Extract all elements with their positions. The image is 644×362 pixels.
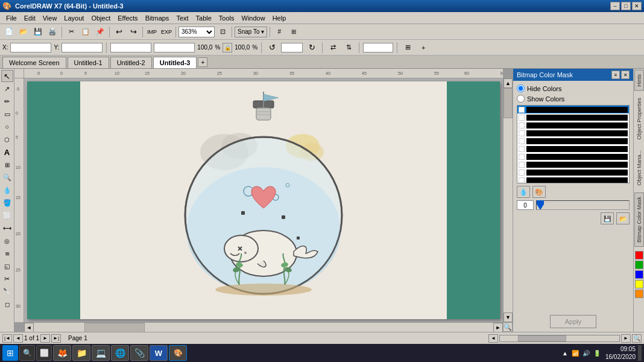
node-edit-btn[interactable]: + xyxy=(417,42,430,53)
hscroll-track[interactable] xyxy=(499,335,620,342)
zoom-full-btn[interactable]: ⊡ xyxy=(216,26,229,38)
scroll-right-btn[interactable]: ► xyxy=(493,323,503,332)
color-row-10[interactable] xyxy=(517,176,629,183)
tolerance-input[interactable] xyxy=(517,200,534,210)
color-edit-btn[interactable]: 🎨 xyxy=(532,186,546,198)
y-input[interactable]: 49,149 mm xyxy=(62,43,103,52)
apply-button[interactable]: Apply xyxy=(550,315,597,328)
copy-btn[interactable]: 📋 xyxy=(79,26,92,38)
taskbar-edge[interactable]: 🌐 xyxy=(111,345,129,361)
color-row-4[interactable] xyxy=(517,129,629,137)
taskbar-word[interactable]: W xyxy=(150,345,168,361)
color-row-2[interactable] xyxy=(517,113,629,121)
palette-blue[interactable] xyxy=(635,270,643,279)
show-colors-radio[interactable] xyxy=(517,95,525,103)
tab-untitled1[interactable]: Untitled-1 xyxy=(68,57,109,68)
x-input[interactable]: 51,362 mm xyxy=(10,43,51,52)
tool-knife[interactable]: 🔪 xyxy=(1,285,13,297)
snap-to-btn[interactable]: Snap To ▾ xyxy=(235,27,267,37)
zoom-fit-btn[interactable]: 🔍 xyxy=(632,334,642,343)
color-row-9[interactable] xyxy=(517,168,629,176)
tab-welcome[interactable]: Welcome Screen xyxy=(2,57,66,68)
transform-btn[interactable]: ⊞ xyxy=(401,42,414,53)
tool-blend[interactable]: ⟷ xyxy=(1,222,13,234)
scroll-thumb-horizontal[interactable] xyxy=(84,323,145,332)
new-btn[interactable]: 📄 xyxy=(2,26,16,38)
menu-effects[interactable]: Effects xyxy=(114,13,141,23)
zoom-select[interactable]: 363% 100% 200% xyxy=(178,27,215,37)
tab-untitled2[interactable]: Untitled-2 xyxy=(110,57,152,68)
tool-polygon[interactable]: ⬡ xyxy=(1,133,13,145)
palette-red[interactable] xyxy=(635,251,643,259)
tool-select[interactable]: ↖ xyxy=(1,70,13,82)
taskbar-onenote[interactable]: 📎 xyxy=(130,345,148,361)
tool-freehand[interactable]: ✏ xyxy=(1,95,13,107)
minimize-button[interactable]: – xyxy=(610,2,620,10)
cut-btn[interactable]: ✂ xyxy=(65,26,78,38)
rotate-right-btn[interactable]: ↻ xyxy=(305,42,318,53)
color-row-1[interactable] xyxy=(517,106,629,113)
tool-eyedropper[interactable]: 💧 xyxy=(1,184,13,196)
menu-table[interactable]: Table xyxy=(192,13,215,23)
menu-view[interactable]: View xyxy=(39,13,61,23)
menu-tools[interactable]: Tools xyxy=(215,13,238,23)
scroll-left-btn[interactable]: ◄ xyxy=(24,323,34,332)
hscroll-left2[interactable]: ◄ xyxy=(488,334,498,343)
save-btn[interactable]: 💾 xyxy=(31,26,45,38)
search-btn[interactable]: 🔍 xyxy=(19,345,35,361)
angle-input[interactable]: 0,0 xyxy=(281,43,303,52)
scroll-thumb-vertical[interactable] xyxy=(504,88,513,118)
menu-text[interactable]: Text xyxy=(172,13,192,23)
eyedropper-tool-btn[interactable]: 💧 xyxy=(517,186,530,198)
palette-green[interactable] xyxy=(635,261,643,269)
hscroll-thumb[interactable] xyxy=(518,335,566,341)
taskbar-folder[interactable]: 📁 xyxy=(72,345,90,361)
import-btn[interactable]: IMP xyxy=(145,26,159,38)
color-row-3[interactable] xyxy=(517,121,629,129)
hide-colors-radio[interactable] xyxy=(517,84,525,92)
open-btn[interactable]: 📂 xyxy=(17,26,30,38)
tolerance-slider-thumb[interactable] xyxy=(537,200,544,210)
load-mask-btn[interactable]: 📂 xyxy=(616,212,630,224)
panel-menu-btn[interactable]: ≡ xyxy=(611,71,620,79)
taskbar-corel[interactable]: 🎨 xyxy=(169,345,187,361)
panel-close-btn[interactable]: ✕ xyxy=(621,71,630,79)
tolerance-slider-track[interactable] xyxy=(536,200,630,210)
tab-untitled3[interactable]: Untitled-3 xyxy=(153,57,197,68)
task-view-btn[interactable]: ⬜ xyxy=(36,345,52,361)
side-tab-object-properties[interactable]: Object Properties xyxy=(634,94,644,144)
scrollbar-horizontal[interactable]: ◄ ► xyxy=(24,322,503,332)
close-button[interactable]: ✕ xyxy=(632,2,642,10)
print-btn[interactable]: 🖨️ xyxy=(46,26,59,38)
menu-object[interactable]: Object xyxy=(87,13,114,23)
tool-rectangle[interactable]: ▭ xyxy=(1,108,13,120)
page-first-btn[interactable]: |◄ xyxy=(2,334,12,343)
tool-table[interactable]: ⊞ xyxy=(1,159,13,171)
tool-eraser[interactable]: ◻ xyxy=(1,298,13,310)
add-tab-btn[interactable]: + xyxy=(198,57,207,67)
tool-contour[interactable]: ◎ xyxy=(1,235,13,247)
tool-ellipse[interactable]: ○ xyxy=(1,121,13,133)
side-tab-object-manager[interactable]: Object Mana... xyxy=(634,146,644,190)
palette-yellow[interactable] xyxy=(635,280,643,288)
color-checkbox-2[interactable] xyxy=(519,115,525,121)
export-btn[interactable]: EXP xyxy=(160,26,173,38)
snap-grid-btn[interactable]: # xyxy=(273,26,286,38)
tool-distort[interactable]: ≋ xyxy=(1,247,13,259)
menu-file[interactable]: File xyxy=(2,13,21,23)
thickness-input[interactable]: 0,2 mm xyxy=(363,43,393,52)
undo-btn[interactable]: ↩ xyxy=(112,26,125,38)
scrollbar-vertical[interactable]: ▲ ▼ xyxy=(503,78,513,322)
maximize-button[interactable]: □ xyxy=(621,2,631,10)
menu-edit[interactable]: Edit xyxy=(21,13,39,23)
menu-window[interactable]: Window xyxy=(238,13,269,23)
redo-btn[interactable]: ↪ xyxy=(127,26,140,38)
height-input[interactable]: 7,495 mm xyxy=(154,43,195,52)
menu-bitmaps[interactable]: Bitmaps xyxy=(142,13,173,23)
mirror-v-btn[interactable]: ⇅ xyxy=(342,42,355,53)
palette-orange[interactable] xyxy=(635,290,643,298)
tool-fill[interactable]: 🪣 xyxy=(1,197,13,209)
tool-shadow[interactable]: ◱ xyxy=(1,260,13,272)
side-tab-hints[interactable]: Hints xyxy=(634,70,644,91)
color-row-6[interactable] xyxy=(517,145,629,153)
